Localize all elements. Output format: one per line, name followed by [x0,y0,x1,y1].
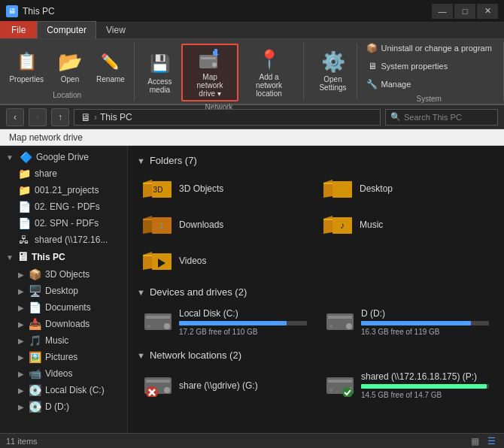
sidebar-item-this-pc[interactable]: ▼ 🖥 This PC [0,248,127,266]
svg-rect-24 [328,316,352,319]
tab-file[interactable]: File [0,21,37,38]
pc-icon: 🖥 [80,111,91,123]
network-group-items: 💾 Accessmedia Map networkdrive ▾ [141,44,296,101]
sidebar-item-share[interactable]: 📁 share [0,165,127,182]
projects-label: 001.21_projects [35,185,99,195]
ribbon-group-location1: 📋 Properties 📂 Open ✏️ Rename Location [0,42,135,101]
documents-icon: 📄 [29,301,41,313]
address-bar: ‹ › ↑ 🖥 › This PC 🔍 Search This PC [0,105,504,129]
d-drive-icon: 💽 [29,401,41,413]
sidebar-item-google-drive[interactable]: ▼ 🔷 Google Drive [0,149,127,165]
add-network-icon: 📍 [257,47,281,71]
add-network-location-button[interactable]: 📍 Add a networklocation [241,46,297,99]
folder-item-music[interactable]: ♪ Music [317,208,495,241]
google-drive-label: Google Drive [36,152,89,162]
properties-icon: 📋 [14,50,38,74]
sidebar-item-documents[interactable]: ▶ 📄 Documents [0,299,127,316]
gdrive-name: share (\\gdrive) (G:) [179,380,307,391]
shared-info: shared (\\172.16.18.175) (P:) 14.5 GB fr… [361,371,489,399]
close-button[interactable]: ✕ [477,4,498,19]
sidebar-item-spn-pdfs[interactable]: 📄 02. SPN - PDFs [0,215,127,232]
pictures-icon: 🖼️ [29,351,41,363]
eng-pdfs-label: 02. ENG - PDFs [35,201,100,212]
shared-network-label: shared (\\172.16... [35,235,108,245]
svg-rect-4 [214,49,217,56]
search-box[interactable]: 🔍 Search This PC [385,109,498,126]
drive-d-free: 16.3 GB free of 119 GB [361,328,489,336]
open-settings-button[interactable]: ⚙️ OpenSettings [314,48,352,93]
map-drive-icon [198,47,222,71]
view-controls: ▦ ☰ [468,434,498,448]
rename-button[interactable]: ✏️ Rename [92,48,129,85]
sidebar-item-shared-network[interactable]: 🖧 shared (\\172.16... [0,232,127,248]
downloads-icon: 📥 [29,318,41,330]
ribbon-tabs: File Computer View [0,23,504,39]
local-disk-c-label: Local Disk (C:) [45,385,105,395]
access-media-label: Accessmedia [147,77,172,94]
folder-downloads-name: Downloads [179,219,223,230]
svg-rect-28 [146,380,170,383]
sidebar-item-localdisk-c[interactable]: ▶ 💽 Local Disk (C:) [0,382,127,398]
manage-button[interactable]: 🔧 Manage [363,77,495,92]
3dobjects-label: 3D Objects [45,269,90,280]
svg-point-2 [212,62,217,67]
music-icon: 🎵 [29,334,41,347]
folder-item-downloads[interactable]: ↓ Downloads [137,208,314,241]
search-icon: 🔍 [390,112,401,122]
sidebar-item-pictures[interactable]: ▶ 🖼️ Pictures [0,349,127,365]
map-network-drive-button[interactable]: Map networkdrive ▾ [181,44,238,101]
folder-item-desktop[interactable]: Desktop [317,172,495,205]
sidebar-item-desktop[interactable]: ▶ 🖥️ Desktop [0,283,127,299]
sidebar-item-d-drive[interactable]: ▶ 💽 D (D:) [0,398,127,415]
network-item-gdrive[interactable]: share (\\gdrive) (G:) [137,367,313,404]
3dobjects-icon: 📦 [29,268,41,280]
music-label: Music [45,335,68,346]
minimize-button[interactable]: — [432,4,453,19]
uninstall-icon: 📦 [366,42,378,54]
network-share-icon: 🖧 [18,234,30,246]
svg-rect-17 [143,255,152,256]
folder-videos-name: Videos [179,256,206,266]
drive-c-bar-bg [179,321,307,325]
uninstall-programs-button[interactable]: 📦 Uninstall or change a program [363,41,495,56]
uninstall-label: Uninstall or change a program [381,44,492,53]
d-drive-label: D (D:) [45,401,69,412]
grid-view-button[interactable]: ▦ [468,434,481,448]
system-properties-button[interactable]: 🖥 System properties [363,59,495,74]
sidebar-item-music[interactable]: ▶ 🎵 Music [0,332,127,349]
spn-pdfs-label: 02. SPN - PDFs [35,218,99,229]
back-button[interactable]: ‹ [6,108,24,126]
documents-label: Documents [45,302,91,313]
app-icon: 🖥 [6,5,18,17]
list-view-button[interactable]: ☰ [484,434,498,448]
tab-computer[interactable]: Computer [37,21,96,38]
svg-rect-9 [323,183,332,184]
sidebar-item-3dobjects[interactable]: ▶ 📦 3D Objects [0,266,127,283]
sidebar-item-eng-pdfs[interactable]: 📄 02. ENG - PDFs [0,198,127,215]
sidebar-item-projects[interactable]: 📁 001.21_projects [0,182,127,198]
svg-point-25 [346,323,352,329]
tab-view[interactable]: View [96,21,135,38]
shared-name: shared (\\172.16.18.175) (P:) [361,371,489,382]
access-media-button[interactable]: 💾 Accessmedia [141,50,178,95]
folder-item-videos[interactable]: Videos [137,244,314,277]
device-item-d[interactable]: D (D:) 16.3 GB free of 119 GB [319,304,495,341]
expand-this-pc-icon: ▼ [6,253,14,262]
forward-button[interactable]: › [29,108,47,126]
sidebar-item-downloads[interactable]: ▶ 📥 Downloads [0,316,127,332]
maximize-button[interactable]: □ [454,4,475,19]
expand-dl-icon: ▶ [18,320,24,328]
folder-desktop-name: Desktop [360,183,393,194]
properties-button[interactable]: 📋 Properties [5,48,48,85]
folder-item-3dobjects[interactable]: 3D 3D Objects [137,172,314,205]
drive-c-bar-fill [179,321,287,325]
open-button[interactable]: 📂 Open [51,48,89,85]
sidebar-item-videos[interactable]: ▶ 📹 Videos [0,365,127,382]
local-disk-c-icon: 💽 [29,384,41,396]
address-path[interactable]: 🖥 › This PC [74,109,381,126]
expand-desktop-icon: ▶ [18,287,24,295]
device-item-c[interactable]: Local Disk (C:) 17.2 GB free of 110 GB [137,304,313,341]
access-media-icon: 💾 [147,52,172,76]
network-item-shared[interactable]: shared (\\172.16.18.175) (P:) 14.5 GB fr… [319,367,495,404]
up-button[interactable]: ↑ [51,108,69,126]
